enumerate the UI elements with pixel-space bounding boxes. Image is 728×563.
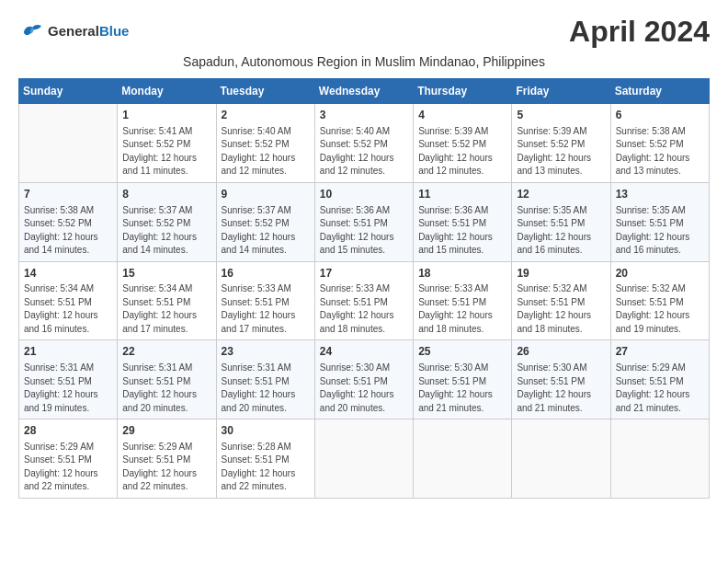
calendar-cell: 23Sunrise: 5:31 AM Sunset: 5:51 PM Dayli…: [216, 340, 314, 419]
day-number: 29: [122, 423, 210, 439]
day-info: Sunrise: 5:31 AM Sunset: 5:51 PM Dayligh…: [122, 362, 210, 415]
calendar-week-row: 21Sunrise: 5:31 AM Sunset: 5:51 PM Dayli…: [19, 340, 710, 419]
calendar-cell: 24Sunrise: 5:30 AM Sunset: 5:51 PM Dayli…: [314, 340, 413, 419]
header-monday: Monday: [118, 79, 216, 104]
day-info: Sunrise: 5:40 AM Sunset: 5:52 PM Dayligh…: [320, 125, 408, 178]
day-info: Sunrise: 5:33 AM Sunset: 5:51 PM Dayligh…: [418, 282, 506, 336]
header-wednesday: Wednesday: [314, 79, 413, 104]
day-number: 10: [320, 187, 408, 202]
calendar-cell: 13Sunrise: 5:35 AM Sunset: 5:51 PM Dayli…: [610, 182, 709, 261]
day-number: 27: [616, 344, 704, 360]
day-info: Sunrise: 5:37 AM Sunset: 5:52 PM Dayligh…: [122, 204, 210, 258]
day-number: 25: [418, 344, 506, 360]
calendar-week-row: 7Sunrise: 5:38 AM Sunset: 5:52 PM Daylig…: [19, 182, 710, 261]
logo-text-general: GeneralBlue: [48, 24, 129, 40]
day-number: 13: [616, 187, 704, 202]
day-info: Sunrise: 5:32 AM Sunset: 5:51 PM Dayligh…: [616, 282, 704, 336]
calendar-cell: 30Sunrise: 5:28 AM Sunset: 5:51 PM Dayli…: [216, 419, 314, 499]
day-info: Sunrise: 5:31 AM Sunset: 5:51 PM Dayligh…: [24, 362, 112, 415]
calendar-cell: 27Sunrise: 5:29 AM Sunset: 5:51 PM Dayli…: [610, 340, 709, 419]
calendar-cell: 21Sunrise: 5:31 AM Sunset: 5:51 PM Dayli…: [19, 340, 118, 419]
calendar-cell: 29Sunrise: 5:29 AM Sunset: 5:51 PM Dayli…: [118, 419, 216, 499]
calendar-cell: [314, 419, 413, 499]
calendar-cell: 17Sunrise: 5:33 AM Sunset: 5:51 PM Dayli…: [314, 261, 413, 340]
calendar-cell: 11Sunrise: 5:36 AM Sunset: 5:51 PM Dayli…: [414, 182, 512, 261]
header-sunday: Sunday: [19, 79, 118, 104]
day-info: Sunrise: 5:29 AM Sunset: 5:51 PM Dayligh…: [24, 441, 112, 494]
month-title: April 2024: [569, 15, 710, 49]
calendar-cell: 1Sunrise: 5:41 AM Sunset: 5:52 PM Daylig…: [118, 104, 216, 183]
page-subtitle: Sapadun, Autonomous Region in Muslim Min…: [18, 54, 710, 69]
calendar-table: SundayMondayTuesdayWednesdayThursdayFrid…: [18, 78, 710, 499]
calendar-cell: 12Sunrise: 5:35 AM Sunset: 5:51 PM Dayli…: [512, 182, 610, 261]
day-number: 23: [222, 344, 310, 360]
calendar-cell: 26Sunrise: 5:30 AM Sunset: 5:51 PM Dayli…: [512, 340, 610, 419]
day-number: 16: [222, 266, 310, 282]
header-saturday: Saturday: [610, 79, 709, 104]
day-number: 2: [222, 108, 310, 123]
day-number: 12: [517, 187, 605, 202]
day-number: 17: [320, 266, 408, 282]
day-number: 28: [24, 423, 112, 439]
day-number: 21: [24, 344, 112, 360]
calendar-cell: 6Sunrise: 5:38 AM Sunset: 5:52 PM Daylig…: [610, 104, 709, 183]
calendar-cell: [414, 419, 512, 499]
calendar-cell: 7Sunrise: 5:38 AM Sunset: 5:52 PM Daylig…: [19, 182, 118, 261]
calendar-cell: 5Sunrise: 5:39 AM Sunset: 5:52 PM Daylig…: [512, 104, 610, 183]
day-number: 6: [616, 108, 704, 123]
calendar-cell: 16Sunrise: 5:33 AM Sunset: 5:51 PM Dayli…: [216, 261, 314, 340]
day-number: 19: [517, 266, 605, 282]
calendar-cell: 3Sunrise: 5:40 AM Sunset: 5:52 PM Daylig…: [314, 104, 413, 183]
day-number: 26: [517, 344, 605, 360]
calendar-cell: [19, 104, 118, 183]
day-info: Sunrise: 5:30 AM Sunset: 5:51 PM Dayligh…: [517, 362, 605, 415]
day-info: Sunrise: 5:37 AM Sunset: 5:52 PM Dayligh…: [222, 204, 310, 258]
logo-bird-icon: [18, 22, 44, 42]
page-header: GeneralBlue April 2024: [18, 15, 710, 49]
day-info: Sunrise: 5:29 AM Sunset: 5:51 PM Dayligh…: [616, 362, 704, 415]
calendar-cell: 25Sunrise: 5:30 AM Sunset: 5:51 PM Dayli…: [414, 340, 512, 419]
logo: GeneralBlue: [18, 22, 129, 42]
calendar-cell: 2Sunrise: 5:40 AM Sunset: 5:52 PM Daylig…: [216, 104, 314, 183]
calendar-cell: 4Sunrise: 5:39 AM Sunset: 5:52 PM Daylig…: [414, 104, 512, 183]
calendar-cell: 10Sunrise: 5:36 AM Sunset: 5:51 PM Dayli…: [314, 182, 413, 261]
day-info: Sunrise: 5:39 AM Sunset: 5:52 PM Dayligh…: [418, 125, 506, 178]
day-info: Sunrise: 5:34 AM Sunset: 5:51 PM Dayligh…: [24, 282, 112, 336]
day-number: 18: [418, 266, 506, 282]
day-number: 15: [122, 266, 210, 282]
day-number: 20: [616, 266, 704, 282]
day-info: Sunrise: 5:36 AM Sunset: 5:51 PM Dayligh…: [320, 204, 408, 258]
day-number: 22: [122, 344, 210, 360]
day-info: Sunrise: 5:28 AM Sunset: 5:51 PM Dayligh…: [222, 441, 310, 494]
day-info: Sunrise: 5:38 AM Sunset: 5:52 PM Dayligh…: [24, 204, 112, 258]
calendar-cell: [610, 419, 709, 499]
calendar-week-row: 14Sunrise: 5:34 AM Sunset: 5:51 PM Dayli…: [19, 261, 710, 340]
day-number: 4: [418, 108, 506, 123]
day-number: 7: [24, 187, 112, 202]
day-info: Sunrise: 5:35 AM Sunset: 5:51 PM Dayligh…: [616, 204, 704, 258]
day-info: Sunrise: 5:29 AM Sunset: 5:51 PM Dayligh…: [122, 441, 210, 494]
day-info: Sunrise: 5:41 AM Sunset: 5:52 PM Dayligh…: [122, 125, 210, 178]
day-info: Sunrise: 5:36 AM Sunset: 5:51 PM Dayligh…: [418, 204, 506, 258]
day-number: 1: [122, 108, 210, 123]
calendar-cell: 14Sunrise: 5:34 AM Sunset: 5:51 PM Dayli…: [19, 261, 118, 340]
calendar-cell: 9Sunrise: 5:37 AM Sunset: 5:52 PM Daylig…: [216, 182, 314, 261]
calendar-week-row: 1Sunrise: 5:41 AM Sunset: 5:52 PM Daylig…: [19, 104, 710, 183]
day-number: 9: [222, 187, 310, 202]
day-info: Sunrise: 5:40 AM Sunset: 5:52 PM Dayligh…: [222, 125, 310, 178]
day-info: Sunrise: 5:38 AM Sunset: 5:52 PM Dayligh…: [616, 125, 704, 178]
day-info: Sunrise: 5:35 AM Sunset: 5:51 PM Dayligh…: [517, 204, 605, 258]
calendar-cell: [512, 419, 610, 499]
day-info: Sunrise: 5:30 AM Sunset: 5:51 PM Dayligh…: [320, 362, 408, 415]
day-number: 5: [517, 108, 605, 123]
calendar-cell: 18Sunrise: 5:33 AM Sunset: 5:51 PM Dayli…: [414, 261, 512, 340]
calendar-cell: 28Sunrise: 5:29 AM Sunset: 5:51 PM Dayli…: [19, 419, 118, 499]
day-number: 30: [222, 423, 310, 439]
day-number: 8: [122, 187, 210, 202]
calendar-cell: 15Sunrise: 5:34 AM Sunset: 5:51 PM Dayli…: [118, 261, 216, 340]
day-number: 11: [418, 187, 506, 202]
calendar-cell: 22Sunrise: 5:31 AM Sunset: 5:51 PM Dayli…: [118, 340, 216, 419]
day-info: Sunrise: 5:33 AM Sunset: 5:51 PM Dayligh…: [320, 282, 408, 336]
calendar-week-row: 28Sunrise: 5:29 AM Sunset: 5:51 PM Dayli…: [19, 419, 710, 499]
day-info: Sunrise: 5:31 AM Sunset: 5:51 PM Dayligh…: [222, 362, 310, 415]
